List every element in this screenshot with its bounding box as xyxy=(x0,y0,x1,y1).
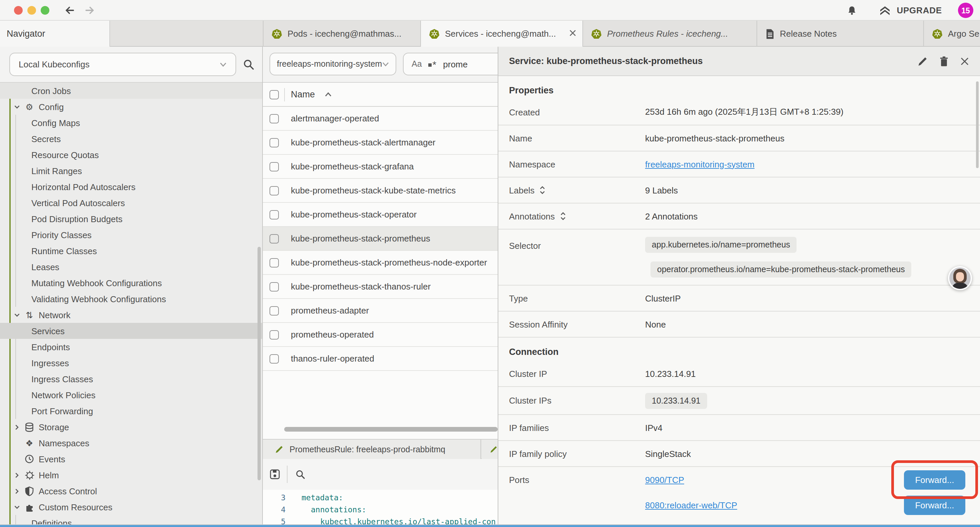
filter-search-input[interactable]: Aa * prome xyxy=(403,53,498,75)
table-row[interactable]: prometheus-operated xyxy=(263,323,498,347)
port-link-9090[interactable]: 9090/TCP xyxy=(645,474,684,485)
sidebar-item-validating-webhook-configurations[interactable]: Validating Webhook Configurations xyxy=(0,291,262,307)
save-icon[interactable] xyxy=(269,469,280,480)
tab-argo[interactable]: Argo Se xyxy=(923,21,980,47)
tab-prometheusrule-editor[interactable]: PrometheusRule: freeleaps-prod-rabbitmq xyxy=(263,439,481,459)
sidebar-item-cron-jobs[interactable]: Cron Jobs xyxy=(0,83,262,99)
sidebar-item-resource-quotas[interactable]: Resource Quotas xyxy=(0,147,262,163)
tab-pods[interactable]: Pods - icecheng@mathmas... xyxy=(263,21,420,47)
chevron-right-icon[interactable] xyxy=(13,471,21,479)
table-row[interactable]: thanos-ruler-operated xyxy=(263,347,498,371)
row-checkbox[interactable] xyxy=(269,138,279,147)
edit-pencil-icon[interactable] xyxy=(917,56,928,66)
sidebar-item-custom-resources[interactable]: Custom Resources xyxy=(0,499,262,515)
row-checkbox[interactable] xyxy=(269,234,279,243)
sidebar-item-mutating-webhook-configurations[interactable]: Mutating Webhook Configurations xyxy=(0,275,262,291)
table-row[interactable]: kube-prometheus-stack-thanos-ruler xyxy=(263,275,498,299)
sidebar-item-storage[interactable]: Storage xyxy=(0,419,262,435)
sidebar-item-events[interactable]: Events xyxy=(0,451,262,467)
table-row[interactable]: kube-prometheus-stack-kube-state-metrics xyxy=(263,179,498,203)
sidebar-item-port-forwarding[interactable]: Port Forwarding xyxy=(0,403,262,419)
trash-icon[interactable] xyxy=(939,56,949,66)
close-window-button[interactable] xyxy=(14,6,23,15)
regex-toggle[interactable]: * xyxy=(429,58,437,70)
tab-partial[interactable] xyxy=(482,439,498,459)
sidebar-item-leases[interactable]: Leases xyxy=(0,259,262,275)
sidebar-item-label: Network Policies xyxy=(0,390,95,400)
sidebar-item-label: Horizontal Pod Autoscalers xyxy=(0,182,135,192)
maximize-window-button[interactable] xyxy=(41,6,49,15)
sidebar-item-priority-classes[interactable]: Priority Classes xyxy=(0,227,262,243)
row-checkbox[interactable] xyxy=(269,282,279,291)
tab-prometheus-rules[interactable]: Prometheus Rules - icecheng... xyxy=(582,21,757,47)
row-checkbox[interactable] xyxy=(269,162,279,171)
back-arrow-icon[interactable] xyxy=(64,5,75,16)
sidebar-item-access-control[interactable]: Access Control xyxy=(0,483,262,499)
row-checkbox[interactable] xyxy=(269,114,279,123)
table-row[interactable]: kube-prometheus-stack-alertmanager xyxy=(263,131,498,155)
forward-arrow-icon[interactable] xyxy=(84,5,95,16)
sidebar-item-network[interactable]: ⇅ Network xyxy=(0,307,262,323)
chevron-down-icon[interactable] xyxy=(13,103,21,111)
close-icon[interactable] xyxy=(569,29,576,37)
table-row[interactable]: alertmanager-operated xyxy=(263,107,498,131)
sidebar-item-vertical-pod-autoscalers[interactable]: Vertical Pod Autoscalers xyxy=(0,195,262,211)
tab-services[interactable]: Services - icecheng@math... xyxy=(420,21,582,47)
row-checkbox[interactable] xyxy=(269,186,279,195)
service-name: thanos-ruler-operated xyxy=(291,353,374,363)
sidebar-item-secrets[interactable]: Secrets xyxy=(0,131,262,147)
sidebar-item-network-policies[interactable]: Network Policies xyxy=(0,387,262,403)
sidebar-item-helm[interactable]: Helm xyxy=(0,467,262,483)
table-row[interactable]: kube-prometheus-stack-grafana xyxy=(263,155,498,179)
expander-icon[interactable] xyxy=(559,212,566,221)
select-all-checkbox[interactable] xyxy=(269,90,279,99)
sidebar-item-ingresses[interactable]: Ingresses xyxy=(0,355,262,371)
namespace-select[interactable]: freeleaps-monitoring-system xyxy=(269,53,396,75)
notification-badge[interactable]: 15 xyxy=(958,3,973,18)
sidebar-item-services[interactable]: Services xyxy=(0,323,262,339)
tab-release-notes[interactable]: Release Notes xyxy=(757,21,923,47)
cluster-ip-chip: 10.233.14.91 xyxy=(645,393,707,409)
table-row[interactable]: kube-prometheus-stack-operator xyxy=(263,203,498,227)
row-checkbox[interactable] xyxy=(269,306,279,315)
table-row[interactable]: kube-prometheus-stack-prometheus-node-ex… xyxy=(263,251,498,275)
row-checkbox[interactable] xyxy=(269,354,279,363)
row-checkbox[interactable] xyxy=(269,210,279,219)
panel-scrollbar[interactable] xyxy=(976,81,978,168)
table-row-selected[interactable]: kube-prometheus-stack-prometheus xyxy=(263,227,498,251)
sidebar-item-ingress-classes[interactable]: Ingress Classes xyxy=(0,371,262,387)
sidebar-item-limit-ranges[interactable]: Limit Ranges xyxy=(0,163,262,179)
match-case-toggle[interactable]: Aa xyxy=(412,59,422,69)
sidebar-item-runtime-classes[interactable]: Runtime Classes xyxy=(0,243,262,259)
sidebar-item-pod-disruption-budgets[interactable]: Pod Disruption Budgets xyxy=(0,211,262,227)
sidebar-item-namespaces[interactable]: ❖ Namespaces xyxy=(0,435,262,451)
column-header-name[interactable]: Name xyxy=(291,89,315,99)
search-editor-icon[interactable] xyxy=(296,469,305,479)
search-icon[interactable] xyxy=(243,59,255,71)
kubeconfig-select[interactable]: Local Kubeconfigs xyxy=(10,53,236,76)
minimize-window-button[interactable] xyxy=(27,6,36,15)
avatar[interactable] xyxy=(948,266,972,290)
chevron-down-icon[interactable] xyxy=(13,312,21,319)
expander-icon[interactable] xyxy=(539,185,546,195)
port-link-8080[interactable]: 8080:reloader-web/TCP xyxy=(645,500,737,510)
chevron-right-icon[interactable] xyxy=(13,424,21,431)
chevron-down-icon[interactable] xyxy=(13,504,21,511)
close-icon[interactable] xyxy=(960,56,969,66)
upgrade-button[interactable]: UPGRADE xyxy=(846,0,942,21)
editor-toolbar xyxy=(263,459,498,490)
namespace-link[interactable]: freeleaps-monitoring-system xyxy=(645,159,754,169)
sidebar-item-horizontal-pod-autoscalers[interactable]: Horizontal Pod Autoscalers xyxy=(0,179,262,195)
chevron-right-icon[interactable] xyxy=(13,488,21,495)
bell-icon[interactable] xyxy=(846,5,857,16)
sidebar-scrollbar[interactable] xyxy=(258,247,261,480)
sidebar-item-config[interactable]: ⚙ Config xyxy=(0,99,262,115)
row-checkbox[interactable] xyxy=(269,330,279,339)
sidebar-item-endpoints[interactable]: Endpoints xyxy=(0,339,262,355)
yaml-editor[interactable]: 0', 'for': 'hm', labels :{ 'service' : 1… xyxy=(263,490,498,527)
row-checkbox[interactable] xyxy=(269,258,279,267)
sidebar-item-config-maps[interactable]: Config Maps xyxy=(0,115,262,131)
sort-ascending-icon[interactable] xyxy=(324,91,332,97)
horizontal-scrollbar[interactable] xyxy=(284,427,498,431)
table-row[interactable]: prometheus-adapter xyxy=(263,299,498,323)
